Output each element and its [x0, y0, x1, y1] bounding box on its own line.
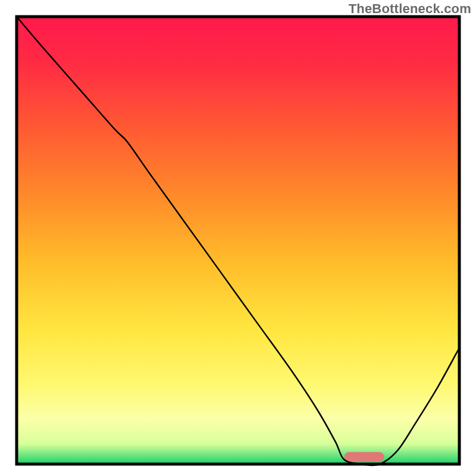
- chart-frame: TheBottleneck.com: [0, 0, 476, 476]
- plot-background-gradient: [17, 17, 459, 464]
- bottleneck-chart: [0, 0, 476, 476]
- optimal-marker: [345, 452, 384, 462]
- watermark-text: TheBottleneck.com: [349, 1, 471, 17]
